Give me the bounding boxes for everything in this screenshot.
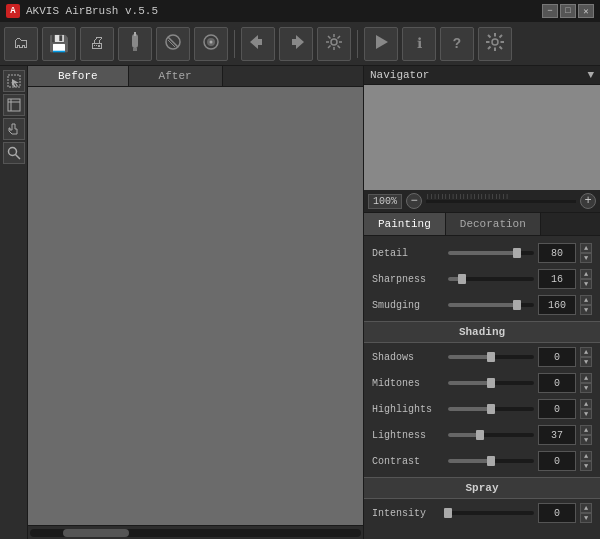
svg-point-21 <box>492 39 498 45</box>
sharpness-down[interactable]: ▼ <box>580 279 592 289</box>
sharpness-slider[interactable] <box>448 277 534 281</box>
eraser-icon <box>163 32 183 56</box>
shadows-down[interactable]: ▼ <box>580 357 592 367</box>
shadows-slider[interactable] <box>448 355 534 359</box>
detail-down[interactable]: ▼ <box>580 253 592 263</box>
brush2-icon <box>201 32 221 56</box>
airbrush-icon <box>126 32 144 56</box>
shadows-spin: ▲ ▼ <box>580 347 592 367</box>
intensity-value[interactable]: 0 <box>538 503 576 523</box>
hand-tool-button[interactable] <box>3 118 25 140</box>
shadows-value[interactable]: 0 <box>538 347 576 367</box>
intensity-slider[interactable] <box>448 511 534 515</box>
help-button[interactable]: ? <box>440 27 474 61</box>
intensity-down[interactable]: ▼ <box>580 513 592 523</box>
scrollbar-track <box>30 529 361 537</box>
contrast-slider-thumb <box>487 456 495 466</box>
info-icon: ℹ <box>417 35 422 52</box>
left-toolbar <box>0 66 28 539</box>
midtones-spin: ▲ ▼ <box>580 373 592 393</box>
spray-section-header: Spray <box>364 477 600 499</box>
highlights-value[interactable]: 0 <box>538 399 576 419</box>
sharpness-slider-container <box>448 277 534 281</box>
highlights-up[interactable]: ▲ <box>580 399 592 409</box>
smudging-down[interactable]: ▼ <box>580 305 592 315</box>
highlights-slider-container <box>448 407 534 411</box>
lightness-up[interactable]: ▲ <box>580 425 592 435</box>
lightness-value[interactable]: 37 <box>538 425 576 445</box>
tab-after[interactable]: After <box>129 66 223 86</box>
svg-point-36 <box>8 148 16 156</box>
svg-line-29 <box>488 46 491 49</box>
detail-row: Detail 80 ▲ ▼ <box>364 240 600 266</box>
svg-line-28 <box>500 35 503 38</box>
tab-before[interactable]: Before <box>28 66 129 86</box>
lightness-row: Lightness 37 ▲ ▼ <box>364 422 600 448</box>
title-bar: A AKVIS AirBrush v.5.5 − □ ✕ <box>0 0 600 22</box>
highlights-spin: ▲ ▼ <box>580 399 592 419</box>
zoom-tool-button[interactable] <box>3 142 25 164</box>
sharpness-slider-thumb <box>458 274 466 284</box>
svg-rect-1 <box>133 48 137 51</box>
tab-decoration[interactable]: Decoration <box>446 213 541 235</box>
detail-slider[interactable] <box>448 251 534 255</box>
zoom-slider-track[interactable]: ||||||||||||||||||||||| <box>426 200 576 203</box>
smudging-slider[interactable] <box>448 303 534 307</box>
detail-up[interactable]: ▲ <box>580 243 592 253</box>
midtones-down[interactable]: ▼ <box>580 383 592 393</box>
contrast-value[interactable]: 0 <box>538 451 576 471</box>
svg-marker-10 <box>292 35 304 49</box>
highlights-slider-fill <box>448 407 491 411</box>
crop-tool-button[interactable] <box>3 94 25 116</box>
close-button[interactable]: ✕ <box>578 4 594 18</box>
zoom-out-button[interactable]: − <box>406 193 422 209</box>
contrast-row: Contrast 0 ▲ ▼ <box>364 448 600 474</box>
midtones-up[interactable]: ▲ <box>580 373 592 383</box>
highlights-slider[interactable] <box>448 407 534 411</box>
print-button[interactable]: 🖨 <box>80 27 114 61</box>
undo-button[interactable] <box>241 27 275 61</box>
contrast-slider[interactable] <box>448 459 534 463</box>
horizontal-scrollbar[interactable] <box>28 525 363 539</box>
preferences-button[interactable] <box>478 27 512 61</box>
redo-button[interactable] <box>279 27 313 61</box>
zoom-percent-display[interactable]: 100% <box>368 194 402 209</box>
sharpness-value[interactable]: 16 <box>538 269 576 289</box>
app-icon: A <box>6 4 20 18</box>
intensity-slider-container <box>448 511 534 515</box>
settings-button[interactable] <box>317 27 351 61</box>
shadows-up[interactable]: ▲ <box>580 347 592 357</box>
shadows-slider-fill <box>448 355 491 359</box>
selection-tool-button[interactable] <box>3 70 25 92</box>
crop-icon <box>7 98 21 112</box>
sharpness-spin: ▲ ▼ <box>580 269 592 289</box>
lightness-down[interactable]: ▼ <box>580 435 592 445</box>
zoom-in-button[interactable]: + <box>580 193 596 209</box>
brush2-button[interactable] <box>194 27 228 61</box>
contrast-up[interactable]: ▲ <box>580 451 592 461</box>
info-button[interactable]: ℹ <box>402 27 436 61</box>
highlights-row: Highlights 0 ▲ ▼ <box>364 396 600 422</box>
navigator-header: Navigator ▼ <box>364 66 600 85</box>
lightness-slider[interactable] <box>448 433 534 437</box>
highlights-down[interactable]: ▼ <box>580 409 592 419</box>
contrast-down[interactable]: ▼ <box>580 461 592 471</box>
detail-value[interactable]: 80 <box>538 243 576 263</box>
sharpness-up[interactable]: ▲ <box>580 269 592 279</box>
title-bar-controls: − □ ✕ <box>542 4 594 18</box>
canvas-content[interactable] <box>28 87 363 525</box>
minimize-button[interactable]: − <box>542 4 558 18</box>
save-button[interactable]: 💾 <box>42 27 76 61</box>
midtones-slider[interactable] <box>448 381 534 385</box>
play-button[interactable] <box>364 27 398 61</box>
airbrush-button[interactable] <box>118 27 152 61</box>
intensity-up[interactable]: ▲ <box>580 503 592 513</box>
midtones-value[interactable]: 0 <box>538 373 576 393</box>
tab-painting[interactable]: Painting <box>364 213 446 235</box>
smudging-up[interactable]: ▲ <box>580 295 592 305</box>
eraser-button[interactable] <box>156 27 190 61</box>
navigator-dropdown-icon[interactable]: ▼ <box>587 69 594 81</box>
open-file-button[interactable]: 🗂 <box>4 27 38 61</box>
maximize-button[interactable]: □ <box>560 4 576 18</box>
smudging-value[interactable]: 160 <box>538 295 576 315</box>
